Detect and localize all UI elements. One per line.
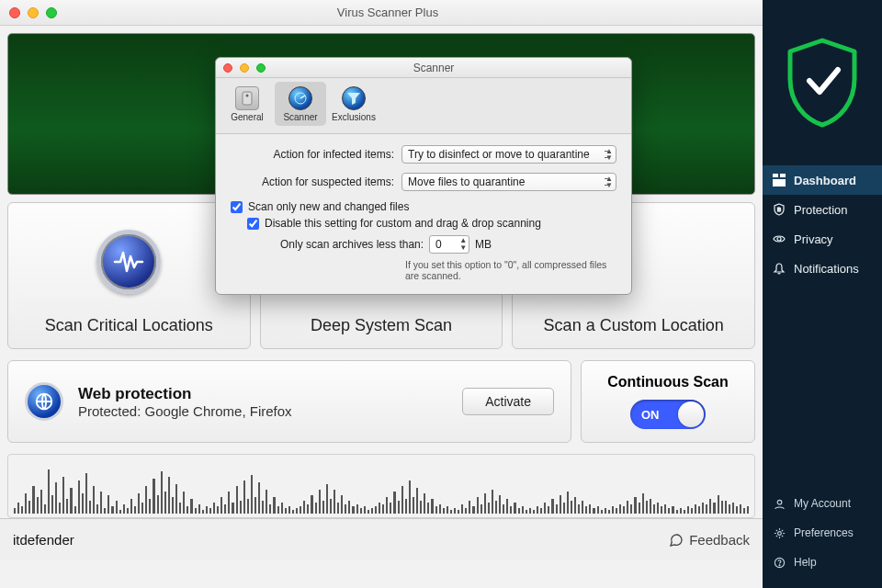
svg-point-2	[246, 94, 249, 96]
maximize-icon[interactable]	[46, 7, 57, 18]
svg-point-8	[777, 237, 781, 241]
window-controls	[9, 7, 57, 18]
svg-rect-6	[773, 179, 786, 187]
tile-label: Scan a Custom Location	[544, 316, 724, 335]
activate-button[interactable]: Activate	[462, 388, 554, 415]
chevron-updown-icon: ▲▼	[605, 148, 613, 161]
sidebar-item-label: Dashboard	[794, 174, 856, 187]
speech-bubble-icon	[669, 533, 684, 548]
checkbox-label: Disable this setting for custom and drag…	[265, 217, 541, 230]
minimize-icon[interactable]	[28, 7, 39, 18]
chevron-updown-icon: ▲▼	[459, 237, 467, 252]
select-value: Try to disinfect or move to quarantine	[408, 148, 590, 161]
archive-size-label: Only scan archives less than:	[280, 238, 424, 251]
suspected-action-label: Action for suspected items:	[231, 175, 394, 188]
funnel-icon	[342, 86, 366, 110]
chevron-updown-icon: ▲▼	[605, 175, 613, 188]
dialog-toolbar: General Scanner Exclusions	[216, 78, 631, 134]
sidebar-item-notifications[interactable]: Notifications	[763, 254, 882, 283]
close-icon[interactable]	[9, 7, 20, 18]
scan-new-changed-checkbox[interactable]: Scan only new and changed files	[231, 200, 616, 213]
web-protection-title: Web protection	[78, 385, 292, 403]
help-icon	[772, 555, 786, 570]
sidebar-item-label: Preferences	[794, 526, 854, 539]
sidebar-item-account[interactable]: My Account	[763, 489, 882, 518]
archive-size-unit: MB	[475, 238, 492, 251]
activity-waveform	[7, 454, 755, 518]
web-protection-card: Web protection Protected: Google Chrome,…	[7, 360, 571, 443]
continuous-scan-toggle[interactable]: ON	[630, 400, 706, 429]
archive-size-hint: If you set this option to "0", all compr…	[405, 259, 616, 281]
main-window: Virus Scanner Plus Scan Critical Locatio…	[0, 0, 763, 588]
main-titlebar: Virus Scanner Plus	[0, 0, 763, 26]
maximize-icon[interactable]	[256, 63, 266, 73]
pulse-icon	[96, 230, 161, 294]
minimize-icon[interactable]	[240, 63, 249, 73]
radar-icon	[288, 86, 312, 110]
sidebar-item-privacy[interactable]: Privacy	[763, 224, 882, 254]
dialog-window-controls	[223, 63, 266, 73]
sidebar-item-label: Notifications	[794, 262, 859, 276]
feedback-button[interactable]: Feedback	[669, 532, 750, 548]
tab-label: Scanner	[283, 112, 317, 122]
sidebar-item-help[interactable]: Help	[763, 548, 882, 577]
eye-icon	[772, 232, 786, 246]
checkbox-input[interactable]	[231, 201, 243, 213]
tab-scanner[interactable]: Scanner	[275, 82, 326, 126]
sidebar-item-protection[interactable]: B Protection	[763, 195, 882, 224]
sidebar-item-label: Protection	[794, 203, 848, 217]
bell-icon	[772, 261, 786, 276]
sidebar-item-label: Privacy	[794, 232, 833, 246]
sidebar-item-label: Help	[794, 556, 817, 569]
infected-action-select[interactable]: Try to disinfect or move to quarantine ▲…	[401, 145, 616, 164]
user-icon	[772, 496, 786, 511]
brand-label: itdefender	[13, 532, 74, 548]
tab-label: Exclusions	[332, 112, 376, 122]
stepper-value: 0	[435, 238, 442, 251]
dialog-title: Scanner	[275, 62, 593, 74]
svg-point-9	[777, 500, 782, 504]
sidebar-item-dashboard[interactable]: Dashboard	[763, 165, 882, 195]
tab-general[interactable]: General	[221, 82, 273, 126]
gear-icon	[772, 526, 786, 540]
svg-text:B: B	[777, 207, 781, 212]
select-value: Move files to quarantine	[408, 175, 525, 188]
tile-label: Deep System Scan	[311, 316, 452, 335]
svg-rect-1	[243, 92, 252, 105]
sidebar-item-label: My Account	[794, 497, 851, 510]
svg-rect-4	[773, 174, 778, 177]
continuous-scan-title: Continuous Scan	[607, 374, 729, 390]
shield-check-icon	[783, 37, 862, 129]
disable-custom-checkbox[interactable]: Disable this setting for custom and drag…	[247, 217, 616, 230]
web-protection-text: Web protection Protected: Google Chrome,…	[78, 385, 292, 419]
switch-icon	[235, 86, 259, 110]
dialog-body: Action for infected items: Try to disinf…	[216, 134, 631, 294]
tile-scan-critical[interactable]: Scan Critical Locations	[7, 202, 251, 349]
app-sidebar: Dashboard B Protection Privacy Notificat…	[763, 0, 882, 588]
svg-point-12	[779, 564, 780, 565]
lower-cards: Web protection Protected: Google Chrome,…	[0, 349, 763, 454]
web-protection-subtitle: Protected: Google Chrome, Firefox	[78, 403, 292, 419]
dashboard-icon	[772, 173, 786, 187]
archive-size-stepper[interactable]: 0 ▲▼	[429, 235, 469, 254]
checkbox-label: Scan only new and changed files	[248, 200, 409, 213]
tab-label: General	[231, 112, 264, 122]
window-title: Virus Scanner Plus	[66, 6, 709, 19]
shield-logo	[763, 37, 882, 129]
suspected-action-select[interactable]: Move files to quarantine ▲▼	[401, 173, 616, 191]
tab-exclusions[interactable]: Exclusions	[328, 82, 379, 126]
checkbox-input[interactable]	[247, 218, 259, 230]
scanner-settings-dialog: Scanner General Scanner Exclusions	[215, 57, 632, 295]
toggle-knob	[678, 401, 704, 427]
toggle-label: ON	[641, 408, 660, 422]
sidebar-nav: Dashboard B Protection Privacy Notificat…	[763, 165, 882, 283]
globe-icon	[25, 382, 63, 421]
dialog-titlebar: Scanner	[216, 58, 631, 78]
continuous-scan-card: Continuous Scan ON	[581, 360, 755, 443]
sidebar-bottom-nav: My Account Preferences Help	[763, 489, 882, 588]
close-icon[interactable]	[223, 63, 232, 73]
shield-b-icon: B	[772, 202, 786, 217]
sidebar-item-preferences[interactable]: Preferences	[763, 518, 882, 548]
footer-bar: itdefender Feedback	[0, 518, 763, 560]
feedback-label: Feedback	[689, 532, 750, 548]
